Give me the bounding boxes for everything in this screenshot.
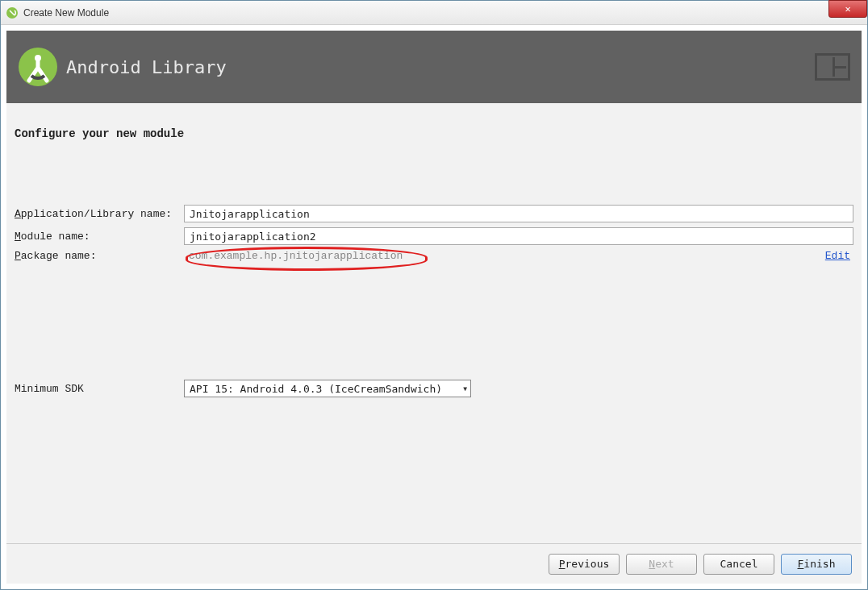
minimum-sdk-select[interactable]: API 15: Android 4.0.3 (IceCreamSandwich)… — [184, 380, 471, 397]
cancel-button[interactable]: Cancel — [703, 554, 774, 575]
titlebar: Create New Module ✕ — [1, 1, 867, 25]
app-name-input[interactable] — [184, 205, 853, 222]
module-name-label: Module name: — [15, 231, 184, 243]
next-button: Next — [626, 554, 697, 575]
app-name-label: Application/Library name: — [15, 208, 184, 220]
previous-button[interactable]: Previous — [549, 554, 620, 575]
package-name-row: Package name: com.example.hp.jnitojarapp… — [15, 250, 853, 262]
app-name-row: Application/Library name: — [15, 205, 853, 222]
module-icon — [815, 53, 850, 81]
module-name-input[interactable] — [184, 227, 853, 245]
module-name-row: Module name: — [15, 227, 853, 245]
window-title: Create New Module — [23, 7, 109, 19]
close-button[interactable]: ✕ — [828, 0, 867, 18]
footer: Previous Next Cancel Finish — [6, 543, 862, 584]
banner-title: Android Library — [66, 57, 227, 77]
app-icon — [6, 6, 19, 19]
dialog-window: Create New Module ✕ Android Library — [0, 0, 868, 590]
edit-link[interactable]: Edit — [825, 250, 850, 262]
header-banner: Android Library — [6, 31, 862, 103]
close-icon: ✕ — [845, 3, 850, 15]
form-subtitle: Configure your new module — [15, 127, 853, 140]
minimum-sdk-row: Minimum SDK API 15: Android 4.0.3 (IceCr… — [15, 380, 853, 397]
form-area: Configure your new module Application/Li… — [6, 103, 862, 543]
chevron-down-icon: ▼ — [463, 385, 467, 393]
content-area: Android Library Configure your new modul… — [1, 25, 867, 589]
package-name-label: Package name: — [15, 250, 184, 262]
package-name-value: com.example.hp.jnitojarapplication — [184, 250, 407, 262]
banner-left: Android Library — [18, 47, 227, 87]
finish-button[interactable]: Finish — [781, 554, 852, 575]
android-studio-icon — [18, 47, 58, 87]
minimum-sdk-value: API 15: Android 4.0.3 (IceCreamSandwich) — [190, 383, 442, 395]
minimum-sdk-label: Minimum SDK — [15, 383, 184, 395]
